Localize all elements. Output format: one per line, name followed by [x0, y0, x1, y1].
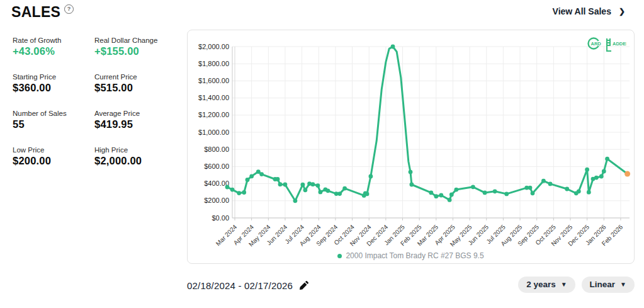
sale-point[interactable]	[410, 183, 414, 187]
stat-value: $360.00	[13, 82, 94, 94]
sale-point[interactable]	[448, 198, 452, 202]
date-range-row: 02/18/2024 - 02/17/2026	[187, 278, 309, 293]
stat-item: Low Price$200.00	[13, 146, 94, 167]
chart-legend: 2000 Impact Tom Brady RC #27 BGS 9.5	[188, 251, 634, 260]
sale-point[interactable]	[504, 192, 509, 197]
stat-label: Real Dollar Change	[94, 37, 195, 44]
sale-point[interactable]	[278, 182, 283, 186]
svg-text:$1,800.00: $1,800.00	[198, 60, 229, 67]
page-title-text: SALES	[11, 4, 60, 21]
date-range-text: 02/18/2024 - 02/17/2026	[187, 280, 293, 291]
stat-value: $419.95	[94, 118, 195, 130]
sale-point[interactable]	[326, 188, 330, 193]
sale-point[interactable]	[454, 188, 458, 192]
sale-point[interactable]	[259, 172, 264, 176]
sale-point[interactable]	[434, 194, 438, 198]
sale-point[interactable]	[303, 188, 308, 192]
current-price-point[interactable]	[624, 171, 630, 177]
sale-point[interactable]	[276, 177, 280, 181]
sale-point[interactable]	[225, 185, 230, 190]
sale-point[interactable]	[337, 191, 342, 196]
legend-label: 2000 Impact Tom Brady RC #27 BGS 9.5	[346, 251, 483, 260]
svg-text:$0.00: $0.00	[212, 214, 229, 222]
caret-down-icon: ▼	[620, 282, 626, 288]
ladder-icon	[607, 38, 611, 51]
sale-point[interactable]	[599, 174, 604, 179]
sale-point[interactable]	[449, 193, 454, 197]
stat-label: Rate of Growth	[13, 37, 94, 44]
sale-point[interactable]	[587, 190, 591, 195]
stat-value: +43.06%	[13, 45, 94, 57]
svg-text:ARD: ARD	[591, 41, 602, 47]
sale-point[interactable]	[585, 168, 589, 172]
edit-date-range-button[interactable]	[299, 280, 309, 290]
stat-value: $2,000.00	[94, 155, 195, 167]
view-all-sales-link[interactable]: View All Sales ❯	[553, 6, 625, 16]
svg-text:$1,000.00: $1,000.00	[198, 128, 229, 136]
sale-point[interactable]	[311, 182, 315, 186]
stat-value: $200.00	[13, 155, 94, 167]
sale-point[interactable]	[249, 174, 254, 178]
svg-text:$200.00: $200.00	[204, 197, 229, 204]
svg-text:$1,600.00: $1,600.00	[198, 77, 229, 84]
page-title: SALES ?	[11, 4, 74, 21]
svg-text:$800.00: $800.00	[204, 145, 229, 153]
sale-point[interactable]	[293, 198, 298, 203]
sale-point[interactable]	[439, 193, 443, 198]
series-line	[227, 47, 628, 201]
sale-point[interactable]	[548, 182, 553, 186]
sale-point[interactable]	[429, 191, 433, 195]
stat-value: +$155.00	[94, 45, 195, 57]
chevron-right-icon: ❯	[619, 7, 625, 16]
sale-point[interactable]	[528, 186, 533, 190]
chart-controls: 2 years ▼ Linear ▼	[518, 277, 635, 293]
stat-item: High Price$2,000.00	[94, 146, 195, 167]
sale-point[interactable]	[531, 191, 535, 195]
stat-value: 55	[13, 118, 94, 130]
svg-text:$600.00: $600.00	[204, 163, 229, 170]
time-range-value: 2 years	[526, 280, 556, 289]
sale-point[interactable]	[242, 190, 246, 195]
sale-point[interactable]	[391, 45, 395, 49]
sale-point[interactable]	[365, 192, 370, 197]
sale-point[interactable]	[237, 191, 241, 195]
sale-point[interactable]	[493, 189, 497, 193]
pencil-icon	[299, 280, 309, 290]
sale-point[interactable]	[483, 191, 487, 195]
svg-text:$1,200.00: $1,200.00	[198, 111, 229, 118]
sale-point[interactable]	[409, 170, 413, 174]
svg-text:$2,000.00: $2,000.00	[198, 43, 229, 50]
sale-point[interactable]	[602, 169, 606, 174]
stat-item: Current Price$515.00	[94, 73, 195, 94]
sale-point[interactable]	[230, 188, 235, 192]
sale-point[interactable]	[605, 157, 609, 161]
help-icon[interactable]: ?	[64, 4, 74, 14]
sale-point[interactable]	[283, 183, 288, 187]
sale-point[interactable]	[577, 189, 581, 193]
stat-label: Starting Price	[13, 73, 94, 81]
sale-point[interactable]	[369, 174, 373, 179]
stats-grid: Rate of Growth+43.06%Real Dollar Change+…	[13, 37, 195, 167]
sale-point[interactable]	[471, 185, 475, 189]
price-chart-svg[interactable]: $0.00$200.00$400.00$600.00$800.00$1,000.…	[188, 30, 635, 251]
sale-point[interactable]	[301, 183, 305, 187]
scale-dropdown[interactable]: Linear ▼	[582, 277, 635, 293]
sale-point[interactable]	[594, 176, 599, 180]
sale-point[interactable]	[565, 187, 569, 191]
scale-value: Linear	[590, 280, 616, 289]
stat-item: Number of Sales55	[13, 110, 94, 130]
stat-item: Average Price$419.95	[94, 110, 195, 130]
sale-point[interactable]	[316, 183, 320, 188]
price-chart-card: $0.00$200.00$400.00$600.00$800.00$1,000.…	[187, 30, 635, 264]
caret-down-icon: ▼	[561, 282, 567, 288]
time-range-dropdown[interactable]: 2 years ▼	[518, 277, 575, 293]
sale-point[interactable]	[342, 186, 347, 191]
x-axis-labels: Mar 2024Apr 2024May 2024Jun 2024Jul 2024…	[215, 223, 624, 248]
stat-value: $515.00	[94, 82, 195, 94]
sale-point[interactable]	[541, 179, 546, 183]
stat-item: Real Dollar Change+$155.00	[94, 37, 195, 57]
svg-text:$1,400.00: $1,400.00	[198, 94, 229, 101]
sale-point[interactable]	[246, 178, 250, 182]
series-dots	[225, 45, 631, 203]
sale-point[interactable]	[319, 190, 323, 195]
